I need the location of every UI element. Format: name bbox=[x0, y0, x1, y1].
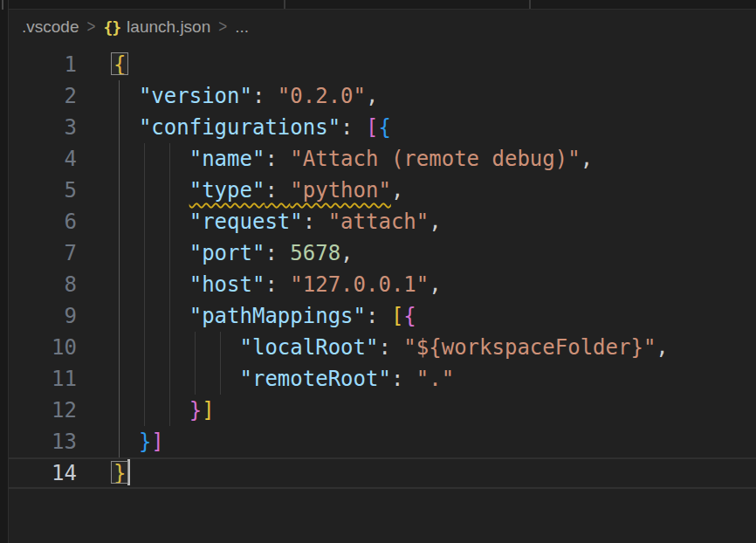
active-indent-guide bbox=[119, 143, 120, 175]
indent-guide bbox=[144, 143, 145, 175]
line-number[interactable]: 3 bbox=[9, 112, 77, 143]
bracket-match: { bbox=[113, 52, 126, 77]
tab-bar[interactable] bbox=[9, 0, 756, 10]
code-line-content[interactable]: "name": "Attach (remote debug)", bbox=[77, 143, 756, 175]
code-line-content[interactable]: "port": 5678, bbox=[77, 237, 756, 269]
line-number[interactable]: 8 bbox=[9, 269, 77, 300]
indent-guide bbox=[169, 237, 170, 269]
line-number[interactable]: 14 bbox=[9, 457, 77, 489]
code-editor[interactable]: 1{2"version": "0.2.0",3"configurations":… bbox=[9, 45, 756, 489]
breadcrumb-item-folder[interactable]: .vscode bbox=[22, 17, 79, 37]
breadcrumb: .vscode > {} launch.json > ... bbox=[9, 10, 756, 45]
code-line[interactable]: 5"type": "python", bbox=[9, 175, 756, 206]
line-number[interactable]: 12 bbox=[9, 395, 77, 426]
active-indent-guide bbox=[119, 206, 120, 237]
indent-guide bbox=[169, 206, 170, 237]
json-braces-icon: {} bbox=[103, 18, 120, 37]
code-line[interactable]: 12}] bbox=[9, 395, 756, 426]
code-line[interactable]: 8"host": "127.0.0.1", bbox=[9, 269, 756, 300]
code-line-content[interactable]: "type": "python", bbox=[77, 175, 756, 206]
indent-guide bbox=[144, 237, 145, 269]
line-number[interactable]: 10 bbox=[9, 332, 77, 363]
line-number[interactable]: 6 bbox=[9, 206, 77, 237]
active-indent-guide bbox=[119, 363, 120, 395]
code-line-content[interactable]: "configurations": [{ bbox=[77, 112, 756, 143]
code-line[interactable]: 2"version": "0.2.0", bbox=[9, 80, 756, 112]
token-key: "configurations" bbox=[139, 115, 340, 140]
indent-guide bbox=[169, 363, 170, 395]
line-number[interactable]: 9 bbox=[9, 300, 77, 332]
breadcrumb-item-symbols[interactable]: ... bbox=[235, 17, 249, 37]
token-punc: : bbox=[265, 272, 290, 297]
code-line-content[interactable]: }] bbox=[77, 395, 756, 426]
line-number[interactable]: 4 bbox=[9, 143, 77, 175]
indent-guide bbox=[220, 332, 221, 363]
indent-guide bbox=[169, 269, 170, 300]
indent-guide bbox=[144, 395, 145, 426]
indent-guide bbox=[144, 206, 145, 237]
token-str: "0.2.0" bbox=[278, 84, 366, 108]
bracket-match: } bbox=[113, 461, 126, 485]
code-line-content[interactable]: "localRoot": "${workspaceFolder}", bbox=[77, 332, 756, 363]
code-line[interactable]: 1{ bbox=[9, 49, 756, 80]
code-line-content[interactable]: } bbox=[77, 457, 756, 489]
token-key: "port" bbox=[189, 241, 265, 265]
code-line[interactable]: 6"request": "attach", bbox=[9, 206, 756, 237]
breadcrumb-item-file[interactable]: {} launch.json bbox=[103, 17, 210, 37]
token-str: "Attach (remote debug)" bbox=[290, 147, 580, 171]
line-number[interactable]: 7 bbox=[9, 237, 77, 269]
code-line-content[interactable]: "request": "attach", bbox=[77, 206, 756, 237]
active-indent-guide bbox=[119, 426, 120, 457]
breadcrumb-file-label: launch.json bbox=[127, 17, 210, 37]
indent-guide bbox=[169, 395, 170, 426]
code-line[interactable]: 11"remoteRoot": "." bbox=[9, 363, 756, 395]
active-indent-guide bbox=[119, 175, 120, 206]
token-b1: [ bbox=[391, 304, 403, 328]
code-line-content[interactable]: "host": "127.0.0.1", bbox=[77, 269, 756, 300]
code-line-content[interactable]: "pathMappings": [{ bbox=[77, 300, 756, 332]
line-number[interactable]: 5 bbox=[9, 175, 77, 206]
line-number[interactable]: 13 bbox=[9, 426, 77, 457]
code-line-content[interactable]: }] bbox=[77, 426, 756, 457]
chevron-right-icon: > bbox=[86, 17, 95, 38]
token-punc: , bbox=[429, 210, 441, 234]
token-punc: : bbox=[303, 210, 328, 234]
token-punc: : bbox=[265, 178, 290, 203]
token-str: "python" bbox=[290, 178, 391, 203]
code-line-content[interactable]: "remoteRoot": "." bbox=[77, 363, 756, 395]
code-line[interactable]: 9"pathMappings": [{ bbox=[9, 300, 756, 332]
token-key: "request" bbox=[189, 210, 303, 234]
panel-edge bbox=[0, 0, 9, 543]
indent-guide bbox=[169, 143, 170, 175]
code-line[interactable]: 13}] bbox=[9, 426, 756, 457]
code-line-content[interactable]: "version": "0.2.0", bbox=[77, 80, 756, 112]
window-edge-highlight bbox=[2, 0, 3, 10]
line-number[interactable]: 1 bbox=[9, 49, 77, 80]
indent-guide bbox=[195, 332, 196, 363]
code-line[interactable]: 14} bbox=[9, 457, 756, 489]
token-num: 5678 bbox=[290, 241, 340, 265]
line-number[interactable]: 2 bbox=[9, 80, 77, 112]
line-number[interactable]: 11 bbox=[9, 363, 77, 395]
code-line[interactable]: 10"localRoot": "${workspaceFolder}", bbox=[9, 332, 756, 363]
token-key: "version" bbox=[139, 84, 252, 108]
indent-guide bbox=[220, 363, 221, 395]
token-punc: , bbox=[656, 335, 668, 360]
code-line[interactable]: 4"name": "Attach (remote debug)", bbox=[9, 143, 756, 175]
token-b1: ] bbox=[202, 398, 214, 423]
code-line-content[interactable]: { bbox=[77, 49, 756, 80]
code-line[interactable]: 7"port": 5678, bbox=[9, 237, 756, 269]
indent-guide bbox=[144, 363, 145, 395]
token-punc: , bbox=[429, 272, 441, 297]
indent-guide bbox=[144, 332, 145, 363]
code-line[interactable]: 3"configurations": [{ bbox=[9, 112, 756, 143]
token-punc: , bbox=[391, 178, 403, 203]
active-indent-guide bbox=[119, 237, 120, 269]
indent-guide bbox=[195, 363, 196, 395]
vscode-window: .vscode > {} launch.json > ... 1{2"versi… bbox=[0, 0, 756, 543]
token-punc: , bbox=[340, 241, 353, 265]
active-indent-guide bbox=[119, 112, 120, 143]
token-b2: { bbox=[403, 304, 416, 328]
token-punc: : bbox=[265, 147, 290, 171]
token-key: "remoteRoot" bbox=[239, 367, 390, 391]
